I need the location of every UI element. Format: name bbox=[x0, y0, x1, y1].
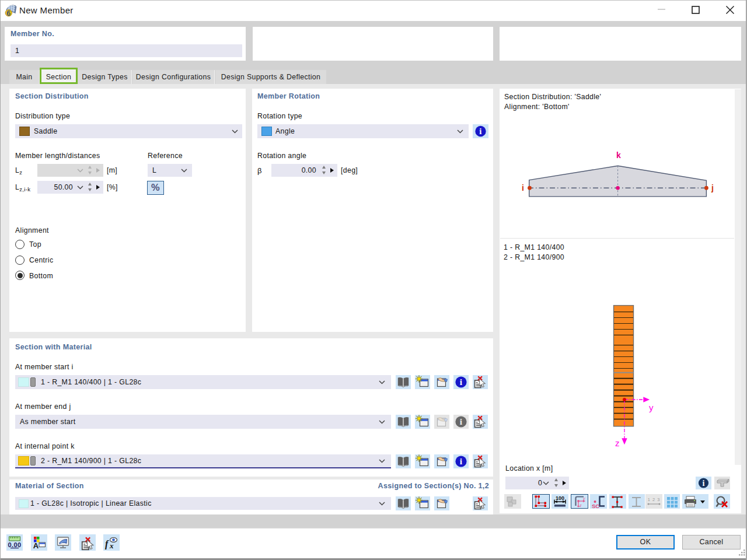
svg-text:y: y bbox=[582, 496, 585, 501]
svg-text:6: 6 bbox=[6, 9, 11, 18]
svg-text:f: f bbox=[105, 539, 109, 550]
svg-text:j: j bbox=[711, 183, 714, 192]
svg-text:i: i bbox=[702, 479, 704, 488]
svg-text:1 2 3: 1 2 3 bbox=[648, 497, 661, 502]
svg-text:z: z bbox=[579, 503, 582, 508]
svg-text:100: 100 bbox=[556, 495, 564, 501]
svg-text:A: A bbox=[33, 541, 39, 550]
svg-text:y: y bbox=[649, 402, 654, 412]
svg-text:i: i bbox=[522, 183, 524, 192]
svg-text:k: k bbox=[616, 150, 621, 160]
svg-text:i: i bbox=[479, 127, 482, 136]
svg-text:z: z bbox=[615, 438, 620, 448]
svg-text:SC: SC bbox=[592, 503, 599, 509]
svg-text:0.00: 0.00 bbox=[8, 541, 22, 548]
svg-text:x: x bbox=[109, 541, 114, 550]
